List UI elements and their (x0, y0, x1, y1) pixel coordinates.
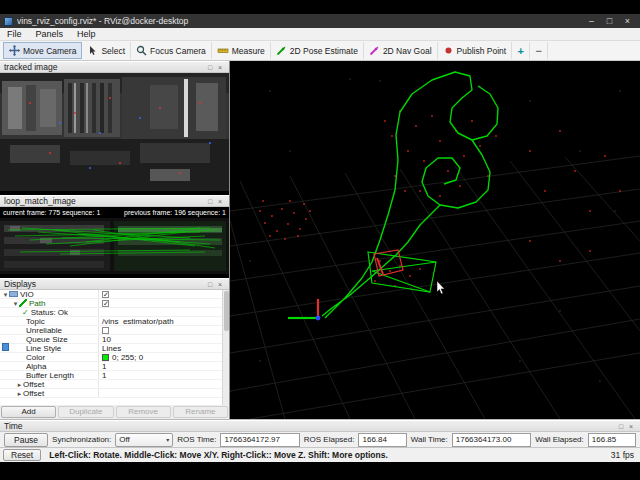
float-icon[interactable]: □ (205, 64, 215, 71)
remove-display-button[interactable]: Remove (116, 406, 171, 418)
alpha-value[interactable]: 1 (98, 362, 222, 370)
nav-goal-button[interactable]: 2D Nav Goal (364, 42, 438, 59)
left-dock: tracked image □ × (0, 61, 230, 419)
loop-match-view (0, 218, 229, 278)
float-icon[interactable]: □ (205, 281, 215, 288)
loop-match-header[interactable]: loop_match_image □ × (0, 195, 229, 207)
publish-point-button[interactable]: Publish Point (438, 42, 513, 59)
maximize-icon[interactable]: □ (601, 15, 618, 27)
move-camera-icon (9, 45, 20, 56)
time-panel-title: Time (4, 421, 616, 431)
pose-estimate-button[interactable]: 2D Pose Estimate (271, 42, 364, 59)
add-display-button[interactable]: Add (1, 406, 56, 418)
close-icon[interactable]: × (215, 198, 225, 205)
minimize-icon[interactable]: – (583, 15, 600, 27)
loop-frame-info: current frame: 775 sequence: 1 previous … (0, 207, 229, 218)
measure-icon (217, 45, 229, 56)
wall-time-label: Wall Time: (411, 435, 448, 444)
loop-match-image (0, 218, 229, 274)
move-camera-label: Move Camera (23, 46, 76, 56)
pause-button[interactable]: Pause (4, 433, 48, 447)
wall-elapsed-field[interactable]: 166.85 (588, 433, 636, 447)
pose-estimate-icon (276, 45, 287, 56)
publish-point-label: Publish Point (457, 46, 507, 56)
queue-size-value[interactable]: 10 (98, 335, 222, 343)
selection-marker (2, 343, 9, 351)
folder-icon (9, 291, 18, 297)
screen: vins_rviz_config.rviz* - RViz@docker-des… (0, 0, 640, 480)
tracked-image-view (0, 73, 229, 195)
row-label: Unreliable (26, 326, 62, 335)
unreliable-checkbox[interactable] (102, 327, 109, 334)
buffer-length-value[interactable]: 1 (98, 371, 222, 379)
select-button[interactable]: Select (82, 42, 131, 59)
tracked-image-title: tracked image (4, 62, 205, 72)
select-label: Select (101, 46, 125, 56)
row-label: Path (29, 299, 45, 308)
tree-scrollbar[interactable] (222, 290, 229, 405)
duplicate-display-button[interactable]: Duplicate (58, 406, 113, 418)
rviz-window: vins_rviz_config.rviz* - RViz@docker-des… (0, 14, 640, 462)
time-panel-header[interactable]: Time □ × (0, 420, 640, 432)
tracked-image-header[interactable]: tracked image □ × (0, 61, 229, 73)
row-label: Topic (26, 317, 45, 326)
close-icon[interactable]: × (626, 423, 636, 430)
tracked-image (0, 73, 229, 191)
tree-scrollbar-thumb[interactable] (224, 291, 229, 331)
displays-header[interactable]: Displays □ × (0, 278, 229, 290)
float-icon[interactable]: □ (616, 423, 626, 430)
displays-tree: ▾ VIO ✓ ▾ Path ✓ ✓ (0, 290, 229, 405)
line-style-value[interactable]: Lines (98, 344, 222, 352)
close-icon[interactable]: × (215, 64, 225, 71)
measure-button[interactable]: Measure (212, 42, 271, 59)
remove-tool-button[interactable]: − (530, 42, 548, 59)
sync-dropdown[interactable]: Off ▾ (115, 433, 173, 447)
menu-help[interactable]: Help (70, 28, 103, 40)
ros-elapsed-field[interactable]: 166.84 (358, 433, 406, 447)
enabled-checkbox[interactable]: ✓ (102, 291, 109, 298)
chevron-down-icon: ▾ (166, 434, 169, 446)
close-icon[interactable]: × (619, 15, 636, 27)
pose-estimate-label: 2D Pose Estimate (290, 46, 358, 56)
app-icon (4, 17, 13, 26)
focus-camera-button[interactable]: Focus Camera (131, 42, 212, 59)
reset-button[interactable]: Reset (3, 449, 41, 461)
color-value[interactable]: 0; 255; 0 (112, 353, 143, 361)
chevron-down-icon[interactable]: ▾ (12, 299, 19, 308)
nav-goal-label: 2D Nav Goal (383, 46, 432, 56)
close-icon[interactable]: × (215, 281, 225, 288)
current-frame-text: current frame: 775 sequence: 1 (3, 209, 100, 216)
measure-label: Measure (232, 46, 265, 56)
color-swatch[interactable] (102, 354, 109, 361)
row-label: Offset (23, 380, 44, 389)
main-content: tracked image □ × (0, 61, 640, 419)
move-camera-button[interactable]: Move Camera (3, 42, 82, 59)
path-display-icon (19, 299, 27, 307)
toolbar: Move Camera Select Focus Camera Measure … (0, 41, 640, 61)
plus-icon: + (517, 45, 523, 57)
row-label: Queue Size (26, 335, 68, 344)
chevron-down-icon[interactable]: ▾ (2, 290, 9, 299)
wall-time-field[interactable]: 1766364173.00 (452, 433, 531, 447)
row-label: VIO (20, 290, 34, 299)
menubar: File Panels Help (0, 28, 640, 41)
row-label: Line Style (26, 344, 61, 353)
rename-display-button[interactable]: Rename (173, 406, 228, 418)
select-icon (87, 45, 98, 56)
status-ok-icon: ✓ (22, 308, 29, 317)
float-icon[interactable]: □ (205, 198, 215, 205)
mouse-hint-text: Left-Click: Rotate. Middle-Click: Move X… (49, 450, 603, 460)
render-view[interactable] (230, 61, 640, 419)
tree-row-offset-2[interactable]: ▸ Offset (0, 389, 229, 398)
menu-file[interactable]: File (0, 28, 29, 40)
nav-goal-icon (369, 45, 380, 56)
topic-value[interactable]: /vins_estimator/path (98, 317, 222, 325)
chevron-right-icon[interactable]: ▸ (16, 389, 23, 398)
ros-time-field[interactable]: 1766364172.97 (220, 433, 299, 447)
enabled-checkbox[interactable]: ✓ (102, 300, 109, 307)
sync-value: Off (119, 434, 130, 446)
add-tool-button[interactable]: + (512, 42, 530, 59)
chevron-right-icon[interactable]: ▸ (16, 380, 23, 389)
row-label: Offset (23, 389, 44, 398)
menu-panels[interactable]: Panels (29, 28, 71, 40)
